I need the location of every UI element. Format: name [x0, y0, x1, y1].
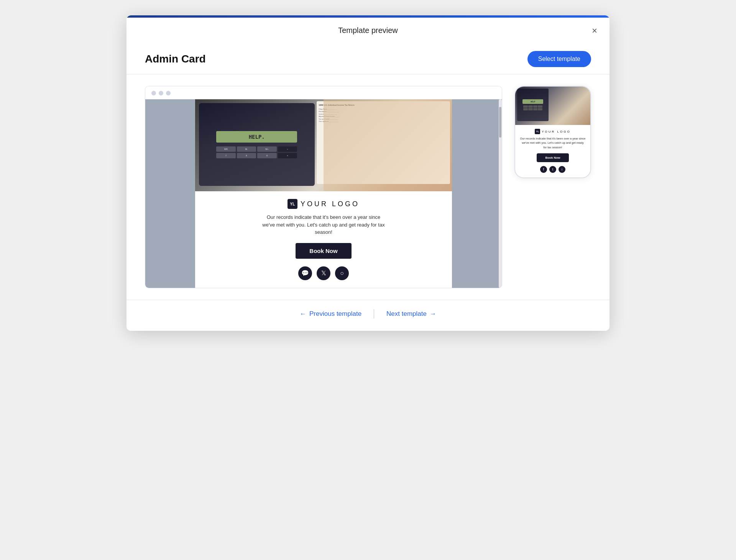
m-cb [528, 105, 533, 108]
calc-btn: × [278, 153, 297, 158]
desktop-preview-card: HELP. MR M- M+ ÷ 7 8 9 × [145, 86, 502, 288]
calc-btn: M- [237, 146, 256, 152]
modal-body: HELP. MR M- M+ ÷ 7 8 9 × [127, 74, 610, 300]
previous-template-label: Previous template [309, 310, 361, 318]
preview-sidebar-left [145, 99, 195, 288]
mobile-calc-grid [523, 105, 542, 110]
social-icons: 💬 𝕏 ○ [298, 266, 349, 280]
modal-subheader: Admin Card Select template [127, 43, 610, 74]
mobile-body-text: Our records indicate that it's been over… [515, 136, 590, 149]
twitter-icon: 𝕏 [317, 266, 330, 280]
mobile-inner: HELP Y [515, 87, 590, 177]
modal-container: Template preview × Admin Card Select tem… [127, 15, 610, 331]
browser-chrome [145, 86, 502, 99]
close-button[interactable]: × [590, 25, 599, 37]
mobile-logo-row: YL YOUR LOGO [535, 129, 570, 134]
scrollbar[interactable] [499, 99, 502, 288]
instagram-icon: ○ [335, 266, 349, 280]
logo-row: YL YOUR LOGO [288, 199, 360, 209]
hero-image-inner: HELP. MR M- M+ ÷ 7 8 9 × [195, 99, 452, 191]
next-template-label: Next template [386, 310, 427, 318]
mobile-calc-screen: HELP [522, 99, 543, 104]
preview-sidebar-right [452, 99, 502, 288]
m-cb [538, 108, 542, 110]
previous-template-button[interactable]: ← Previous template [288, 310, 374, 318]
m-cb [523, 105, 528, 108]
browser-dot-1 [151, 91, 156, 95]
modal-header: Template preview × [127, 18, 610, 43]
hero-image: HELP. MR M- M+ ÷ 7 8 9 × [195, 99, 452, 191]
browser-dot-3 [166, 91, 171, 95]
m-cb [523, 108, 528, 110]
modal-title: Template preview [338, 26, 398, 35]
logo-initials: YL [288, 199, 297, 209]
mobile-book-now-button[interactable]: Book Now [537, 153, 568, 162]
calculator-visual: HELP. MR M- M+ ÷ 7 8 9 × [199, 103, 315, 186]
mobile-facebook-icon: f [540, 166, 547, 173]
preview-inner: HELP. MR M- M+ ÷ 7 8 9 × [145, 99, 502, 288]
calc-btn: M+ [257, 146, 277, 152]
preview-body-text: Our records indicate that it's been over… [262, 213, 385, 236]
calc-buttons: MR M- M+ ÷ 7 8 9 × [216, 146, 297, 158]
calc-btn: 9 [257, 153, 277, 158]
preview-content: HELP. MR M- M+ ÷ 7 8 9 × [195, 99, 452, 288]
book-now-button[interactable]: Book Now [296, 243, 351, 259]
mobile-preview-card: HELP Y [514, 86, 591, 178]
calc-btn: ÷ [278, 146, 297, 152]
arrow-right-icon: → [430, 310, 436, 318]
select-template-button[interactable]: Select template [527, 51, 591, 67]
next-template-button[interactable]: Next template → [374, 310, 449, 318]
calc-btn: 8 [237, 153, 256, 158]
m-cb [533, 108, 538, 110]
mobile-social-icons: f t i [540, 166, 565, 173]
scroll-thumb [499, 107, 501, 138]
m-cb [538, 105, 542, 108]
modal-footer: ← Previous template Next template → [127, 300, 610, 331]
calc-screen: HELP. [216, 131, 297, 143]
m-cb [533, 105, 538, 108]
template-name: Admin Card [145, 53, 206, 65]
mobile-logo-initials: YL [535, 129, 540, 134]
logo-text: YOUR LOGO [301, 200, 360, 208]
hand-overlay [324, 99, 452, 191]
mobile-logo-text: YOUR LOGO [542, 130, 570, 133]
mobile-instagram-icon: i [559, 166, 565, 173]
browser-dot-2 [159, 91, 163, 95]
mobile-twitter-icon: t [549, 166, 556, 173]
mobile-hero-image: HELP [515, 87, 590, 125]
m-cb [528, 108, 533, 110]
facebook-icon: 💬 [298, 266, 312, 280]
arrow-left-icon: ← [300, 310, 306, 318]
calc-btn: MR [216, 146, 236, 152]
mobile-calc: HELP [517, 89, 549, 121]
calc-btn: 7 [216, 153, 236, 158]
